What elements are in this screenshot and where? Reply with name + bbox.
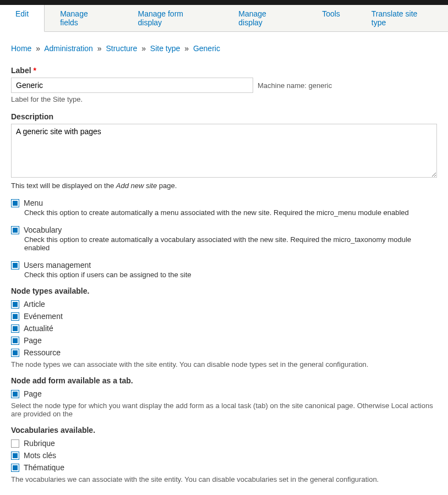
admin-topbar	[0, 0, 448, 5]
menu-desc: Check this option to create automaticall…	[24, 208, 437, 217]
primary-tabs: Edit Manage fields Manage form display M…	[0, 5, 448, 32]
desc-help-suffix: page.	[157, 182, 177, 190]
users-label: Users management	[24, 261, 91, 270]
breadcrumb: Home » Administration » Structure » Site…	[11, 44, 437, 53]
tab-edit[interactable]: Edit	[0, 5, 45, 32]
node-types-label: Node types available.	[11, 287, 437, 295]
nodetype-actualite-label: Actualité	[24, 324, 53, 333]
vocabularies-desc: The vocabularies we can associate with t…	[11, 475, 437, 483]
description-label: Description	[11, 112, 437, 121]
nodetype-page-label: Page	[24, 336, 42, 345]
machine-name-prefix: Machine name:	[258, 81, 309, 90]
nodeadd-page-label: Page	[24, 389, 42, 398]
breadcrumb-admin[interactable]: Administration	[44, 44, 93, 53]
nodeadd-page-checkbox[interactable]	[11, 390, 19, 398]
description-textarea[interactable]: A generic site with pages	[11, 124, 437, 178]
required-marker: *	[33, 66, 36, 75]
nodetype-actualite-checkbox[interactable]	[11, 324, 19, 333]
vocabularies-label: Vocabularies available.	[11, 426, 437, 435]
vocabulary-label: Vocabulary	[24, 226, 62, 234]
label-field-label: Label *	[11, 66, 437, 75]
vocab-mots-cles-checkbox[interactable]	[11, 452, 19, 460]
nodetype-page-checkbox[interactable]	[11, 337, 19, 345]
nodetype-ressource-label: Ressource	[24, 348, 61, 357]
tab-translate[interactable]: Translate site type	[356, 5, 448, 31]
label-text: Label	[11, 66, 31, 75]
node-add-form-desc: Select the node type for which you want …	[11, 402, 437, 418]
tab-manage-form-display[interactable]: Manage form display	[122, 5, 223, 31]
tab-tools[interactable]: Tools	[307, 5, 356, 31]
nodetype-evenement-label: Evénement	[24, 312, 63, 321]
nodetype-evenement-checkbox[interactable]	[11, 312, 19, 321]
machine-name-value: generic	[309, 81, 332, 90]
menu-checkbox[interactable]	[11, 199, 19, 207]
nodetype-ressource-checkbox[interactable]	[11, 349, 19, 357]
description-help: This text will be displayed on the Add n…	[11, 182, 437, 190]
breadcrumb-home[interactable]: Home	[11, 44, 31, 53]
desc-help-prefix: This text will be displayed on the	[11, 182, 116, 190]
breadcrumb-structure[interactable]: Structure	[106, 44, 137, 53]
vocab-mots-cles-label: Mots clés	[24, 451, 56, 460]
vocabulary-checkbox[interactable]	[11, 226, 19, 234]
vocabulary-desc: Check this option to create automaticall…	[24, 235, 437, 252]
label-input[interactable]	[11, 78, 253, 93]
desc-help-em: Add new site	[116, 182, 157, 190]
tab-manage-display[interactable]: Manage display	[223, 5, 307, 31]
nodetype-article-checkbox[interactable]	[11, 300, 19, 309]
tab-manage-fields[interactable]: Manage fields	[45, 5, 122, 31]
vocab-thematique-label: Thématique	[24, 463, 64, 472]
users-checkbox[interactable]	[11, 261, 19, 270]
vocab-thematique-checkbox[interactable]	[11, 464, 19, 472]
machine-name: Machine name: generic	[258, 81, 332, 90]
vocab-rubrique-checkbox[interactable]	[11, 439, 19, 448]
vocab-rubrique-label: Rubrique	[24, 439, 55, 448]
node-types-desc: The node types we can associate with the…	[11, 360, 437, 369]
breadcrumb-site-type[interactable]: Site type	[150, 44, 180, 53]
menu-label: Menu	[24, 199, 43, 207]
breadcrumb-current[interactable]: Generic	[193, 44, 220, 53]
label-help: Label for the Site type.	[11, 95, 437, 103]
nodetype-article-label: Article	[24, 300, 45, 309]
users-desc: Check this option if users can be assign…	[24, 271, 437, 279]
node-add-form-label: Node add form available as a tab.	[11, 376, 437, 385]
